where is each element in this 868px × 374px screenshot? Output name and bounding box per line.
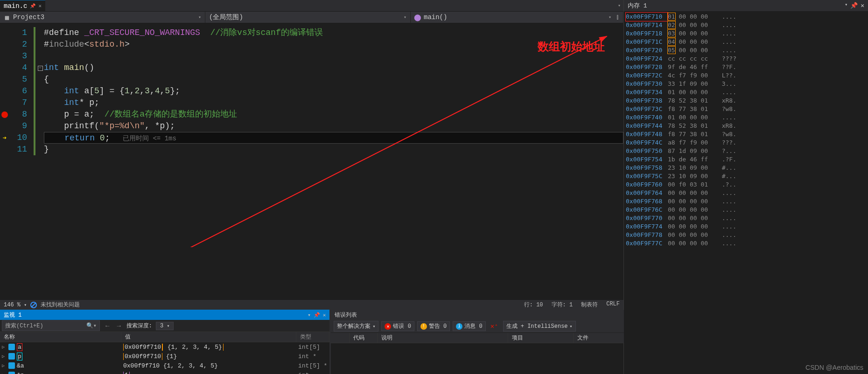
watch-row[interactable]: ▷&a0x00f9f710 {1, 2, 3, 4, 5}int[5] * <box>0 361 329 370</box>
project-scope[interactable]: ▦ Project3 ▾ <box>0 12 205 23</box>
build-combo[interactable]: 生成 + IntelliSense▾ <box>503 321 576 332</box>
memory-row[interactable]: 0x00F9F73401 00 00 00 .... <box>626 88 866 97</box>
function-scope[interactable]: ⬤ main() ▾ ⫿ <box>411 12 623 23</box>
memory-row[interactable]: 0x00F9F71803 00 00 00 .... <box>626 29 866 38</box>
memory-row[interactable]: 0x00F9F74478 52 38 01 xR8. <box>626 122 866 130</box>
breakpoint-dot[interactable] <box>1 111 8 118</box>
watch-title-label: 监视 1 <box>4 311 21 319</box>
code-content[interactable]: #define _CRT_SECURE_NO_WARNINGS //消除vs对s… <box>44 23 623 299</box>
memory-row[interactable]: 0x00F9F77C00 00 00 00 .... <box>626 239 866 248</box>
tab-overflow-icon[interactable]: ▾ <box>618 3 621 8</box>
no-issues-icon <box>30 302 37 308</box>
code-line[interactable]: { <box>44 74 623 85</box>
code-editor[interactable]: ➔ 1234567891011 − #define _CRT_SECURE_NO… <box>0 23 623 299</box>
memory-panel: 内存 1 ▾ 📌 ✕ 0x00F9F71001 00 00 00 ....0x0… <box>624 0 868 374</box>
code-line[interactable]: p = a; //数组名a存储的是数组的初始地址 <box>44 109 623 120</box>
memory-row[interactable]: 0x00F9F76400 00 00 00 .... <box>626 189 866 197</box>
pin-icon[interactable]: 📌 <box>850 2 858 9</box>
memory-row[interactable]: 0x00F9F73878 52 38 01 xR8. <box>626 97 866 105</box>
warning-icon: ! <box>420 323 427 330</box>
nav-back-icon[interactable]: ← <box>104 322 111 330</box>
global-scope[interactable]: (全局范围) ▾ <box>205 12 411 23</box>
col-indicator[interactable]: 字符: 1 <box>552 301 573 309</box>
memory-row[interactable]: 0x00F9F75087 1d 09 00 ?... <box>626 147 866 155</box>
memory-row[interactable]: 0x00F9F73033 1f 09 00 3... <box>626 80 866 88</box>
editor-status-bar: 146 % ▾ 未找到相关问题 行: 10 字符: 1 制表符 CRLF <box>0 299 623 310</box>
memory-row[interactable]: 0x00F9F76C00 00 00 00 .... <box>626 206 866 214</box>
memory-row[interactable]: 0x00F9F74001 00 00 00 .... <box>626 113 866 122</box>
code-line[interactable]: return 0; 已用时间 <= 1ms <box>44 132 623 144</box>
error-header-cell[interactable]: 代码 <box>350 333 378 343</box>
eol-indicator[interactable]: CRLF <box>606 301 620 309</box>
header-value[interactable]: 值 <box>121 332 296 342</box>
project-icon: ▦ <box>4 14 10 21</box>
split-icon[interactable]: ⫿ <box>616 14 619 21</box>
watch-row[interactable]: ▷p0x00f9f710 {1}int * <box>0 352 329 361</box>
function-label: main() <box>424 14 447 21</box>
tab-main-c[interactable]: main.c 📌 ✕ <box>0 0 45 11</box>
watch-row[interactable]: ▷*p1int <box>0 370 329 374</box>
watch-panel-title[interactable]: 监视 1 ▾ 📌 ✕ <box>0 310 329 320</box>
memory-row[interactable]: 0x00F9F76800 00 00 00 .... <box>626 197 866 206</box>
code-line[interactable] <box>44 50 623 62</box>
memory-row[interactable]: 0x00F9F72C4c f7 f9 00 L??. <box>626 71 866 80</box>
panel-menu-icon[interactable]: ▾ <box>845 2 847 9</box>
line-indicator[interactable]: 行: 10 <box>524 301 543 309</box>
memory-row[interactable]: 0x00F9F77800 00 00 00 .... <box>626 231 866 239</box>
errors-filter[interactable]: ✕错误 0 <box>381 321 414 331</box>
header-type[interactable]: 类型 <box>296 332 329 342</box>
search-placeholder: 搜索(Ctrl+E) <box>5 322 43 330</box>
memory-row[interactable]: 0x00F9F77400 00 00 00 .... <box>626 222 866 231</box>
chevron-down-icon[interactable]: ▾ <box>404 14 406 20</box>
panel-menu-icon[interactable]: ▾ <box>308 312 311 318</box>
header-name[interactable]: 名称 <box>0 332 121 342</box>
pin-icon[interactable]: 📌 <box>314 312 320 318</box>
memory-row[interactable]: 0x00F9F748f8 77 38 01 ?w8. <box>626 130 866 139</box>
solution-combo[interactable]: 整个解决方案▾ <box>334 321 378 332</box>
close-icon[interactable]: ✕ <box>38 3 42 9</box>
memory-grid[interactable]: 0x00F9F71001 00 00 00 ....0x00F9F71402 0… <box>624 12 868 374</box>
memory-row[interactable]: 0x00F9F71C04 00 00 00 .... <box>626 38 866 46</box>
tabs-indicator[interactable]: 制表符 <box>581 301 598 309</box>
memory-row[interactable]: 0x00F9F74Ca8 f7 f9 00 ???. <box>626 139 866 147</box>
chevron-down-icon[interactable]: ▾ <box>609 14 611 20</box>
current-line-arrow-icon: ➔ <box>3 134 7 142</box>
memory-row[interactable]: 0x00F9F76000 f0 03 01 .?.. <box>626 180 866 189</box>
breakpoint-margin[interactable]: ➔ <box>0 23 9 299</box>
memory-row[interactable]: 0x00F9F7541b de 46 ff .?F. <box>626 155 866 164</box>
code-line[interactable]: printf("*p=%d\n", *p); <box>44 120 623 132</box>
memory-row[interactable]: 0x00F9F72005 00 00 00 .... <box>626 46 866 55</box>
close-icon[interactable]: ✕ <box>861 2 864 9</box>
memory-row[interactable]: 0x00F9F724cc cc cc cc ???? <box>626 55 866 63</box>
code-line[interactable]: #define _CRT_SECURE_NO_WARNINGS //消除vs对s… <box>44 27 623 39</box>
memory-row[interactable]: 0x00F9F71001 00 00 00 .... <box>626 13 866 21</box>
pin-icon[interactable]: 📌 <box>30 3 35 9</box>
code-line[interactable]: int main() <box>44 62 623 74</box>
nav-fwd-icon[interactable]: → <box>115 322 122 330</box>
memory-row[interactable]: 0x00F9F77000 00 00 00 .... <box>626 214 866 222</box>
error-header-cell[interactable] <box>331 333 350 343</box>
memory-row[interactable]: 0x00F9F73Cf8 77 38 01 ?w8. <box>626 105 866 113</box>
fold-margin[interactable]: − <box>36 23 44 299</box>
memory-row[interactable]: 0x00F9F7289f de 46 ff ??F. <box>626 63 866 71</box>
memory-row[interactable]: 0x00F9F75823 10 09 00 #... <box>626 164 866 172</box>
error-header-cell[interactable]: 说明 <box>378 333 508 343</box>
error-header-cell[interactable]: 项目 <box>508 333 574 343</box>
code-line[interactable]: #include<stdio.h> <box>44 39 623 50</box>
code-line[interactable]: int* p; <box>44 97 623 109</box>
depth-input[interactable]: 3 ▾ <box>156 322 174 330</box>
clear-icon[interactable]: ✕⁺ <box>489 322 500 330</box>
code-line[interactable]: int a[5] = {1,2,3,4,5}; <box>44 85 623 97</box>
zoom-level[interactable]: 146 % ▾ <box>4 302 27 308</box>
memory-row[interactable]: 0x00F9F75C23 10 09 00 #... <box>626 172 866 180</box>
watch-grid: 名称 值 类型 ▷a0x00f9f710 {1, 2, 3, 4, 5}int[… <box>0 332 329 374</box>
warnings-filter[interactable]: !警告 0 <box>417 321 450 331</box>
memory-row[interactable]: 0x00F9F71402 00 00 00 .... <box>626 21 866 29</box>
watch-search-input[interactable]: 搜索(Ctrl+E) 🔍▾ <box>2 320 100 331</box>
code-line[interactable]: } <box>44 144 623 155</box>
chevron-down-icon[interactable]: ▾ <box>198 14 201 20</box>
watch-row[interactable]: ▷a0x00f9f710 {1, 2, 3, 4, 5}int[5] <box>0 342 329 352</box>
memory-title-bar[interactable]: 内存 1 ▾ 📌 ✕ <box>624 0 868 12</box>
messages-filter[interactable]: i消息 0 <box>453 321 485 331</box>
close-icon[interactable]: ✕ <box>323 312 326 318</box>
